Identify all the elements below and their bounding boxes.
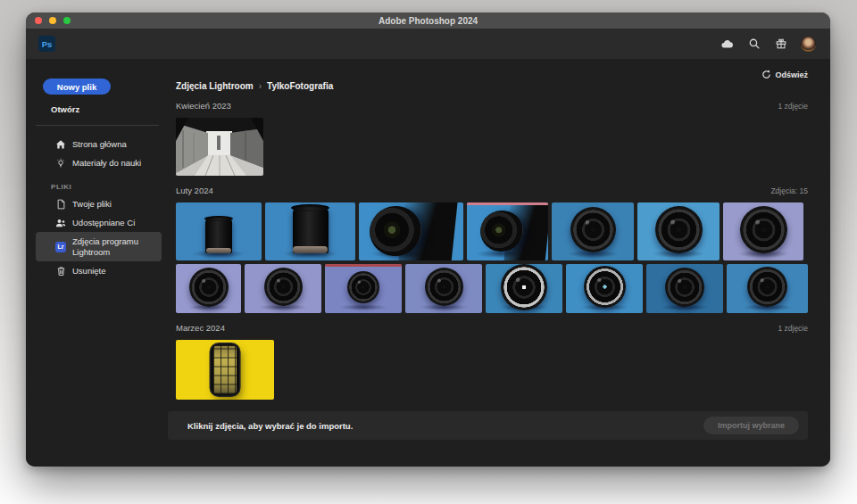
photo-row [176, 340, 808, 400]
document-icon [55, 199, 66, 210]
main-content: Odśwież Zdjęcia Lightroom › TylkoFotogra… [169, 59, 830, 467]
section-photo-count: 1 zdjęcie [778, 102, 808, 111]
sidebar-divider [36, 125, 159, 126]
lightroom-icon: Lr [55, 242, 66, 252]
sidebar-item-label: Udostępniane Ci [72, 218, 135, 228]
sidebar-item-shared[interactable]: Udostępniane Ci [36, 213, 169, 232]
photo-thumbnail-angled[interactable] [467, 202, 548, 260]
gift-icon[interactable] [774, 37, 787, 51]
photo-thumbnail-front[interactable] [245, 264, 321, 313]
section-title: Marzec 2024 [176, 323, 225, 333]
photo-thumbnail-front[interactable] [405, 264, 482, 313]
sidebar: Nowy plik Otwórz Strona główna Materiały… [26, 59, 169, 467]
close-button[interactable] [35, 17, 42, 24]
phone-in-photo [211, 343, 239, 396]
zoom-button[interactable] [63, 17, 71, 24]
sidebar-item-learn[interactable]: Materiały do nauki [36, 153, 169, 172]
sidebar-item-label: Strona główna [72, 139, 127, 150]
sidebar-item-label: Usunięte [72, 266, 106, 277]
sidebar-item-label: Materiały do nauki [72, 158, 141, 169]
new-file-button[interactable]: Nowy plik [43, 78, 111, 95]
photo-row [176, 118, 808, 176]
section-photo-count: 1 zdjęcie [778, 324, 808, 333]
section-title: Kwiecień 2023 [176, 101, 231, 111]
photo-thumbnail-front[interactable] [486, 264, 562, 313]
breadcrumb-album[interactable]: TylkoFotografia [267, 81, 333, 91]
photo-thumbnail-front[interactable] [723, 202, 803, 260]
section-photo-count: Zdjęcia: 15 [770, 186, 808, 195]
minimize-button[interactable] [49, 17, 56, 24]
home-icon [55, 139, 66, 150]
photoshop-logo: Ps [38, 36, 55, 52]
photo-section: Luty 2024Zdjęcia: 15 [176, 186, 808, 313]
window-title: Adobe Photoshop 2024 [26, 16, 830, 26]
photo-thumbnail-front[interactable] [325, 264, 402, 313]
breadcrumb-lightroom-photos[interactable]: Zdjęcia Lightroom [176, 81, 254, 91]
photo-thumbnail-angled[interactable] [359, 202, 463, 260]
trash-icon [55, 266, 66, 277]
refresh-button[interactable]: Odśwież [761, 70, 808, 79]
photo-row [176, 264, 808, 313]
sidebar-item-label: Twoje pliki [72, 199, 112, 210]
photo-thumbnail-front[interactable] [552, 202, 634, 260]
app-header: Ps [26, 29, 830, 59]
photo-thumbnail-tunnel[interactable] [176, 118, 263, 176]
import-bar: Kliknij zdjęcia, aby wybrać je do import… [168, 411, 808, 440]
user-avatar[interactable] [801, 37, 816, 52]
cloud-icon[interactable] [720, 37, 734, 51]
photo-thumbnail-phone[interactable] [176, 340, 274, 400]
photo-thumbnail-front[interactable] [637, 202, 720, 260]
photo-thumbnail-front[interactable] [646, 264, 723, 313]
macos-titlebar: Adobe Photoshop 2024 [26, 12, 830, 29]
photo-sections: Kwiecień 20231 zdjęcieLuty 2024Zdjęcia: … [176, 91, 808, 400]
photo-thumbnail-front[interactable] [727, 264, 808, 313]
open-button[interactable]: Otwórz [51, 104, 169, 114]
import-hint-text: Kliknij zdjęcia, aby wybrać je do import… [187, 421, 353, 431]
search-icon[interactable] [747, 37, 761, 51]
sidebar-item-label: Zdjęcia programu Lightroom [72, 236, 156, 258]
app-window: Adobe Photoshop 2024 Ps Nowy pl [26, 12, 830, 467]
files-section-label: PLIKI [51, 183, 169, 191]
photo-thumbnail-front[interactable] [566, 264, 643, 313]
breadcrumb-separator: › [259, 81, 262, 91]
photo-row [176, 202, 808, 260]
photo-section: Marzec 20241 zdjęcie [176, 323, 808, 400]
people-icon [55, 218, 66, 228]
lightbulb-icon [55, 158, 66, 169]
breadcrumb: Zdjęcia Lightroom › TylkoFotografia [176, 81, 808, 91]
photo-thumbnail-front[interactable] [176, 264, 241, 313]
photo-thumbnail-standing[interactable] [176, 202, 262, 260]
sidebar-item-lightroom-photos[interactable]: Lr Zdjęcia programu Lightroom [36, 232, 162, 261]
photo-section: Kwiecień 20231 zdjęcie [176, 101, 808, 176]
section-title: Luty 2024 [176, 186, 213, 195]
sidebar-item-your-files[interactable]: Twoje pliki [36, 194, 169, 213]
refresh-icon [761, 70, 771, 79]
sidebar-item-home[interactable]: Strona główna [36, 135, 169, 153]
import-selected-button[interactable]: Importuj wybrane [703, 417, 799, 434]
sidebar-item-deleted[interactable]: Usunięte [36, 261, 169, 280]
photo-thumbnail-standing[interactable] [265, 202, 355, 260]
